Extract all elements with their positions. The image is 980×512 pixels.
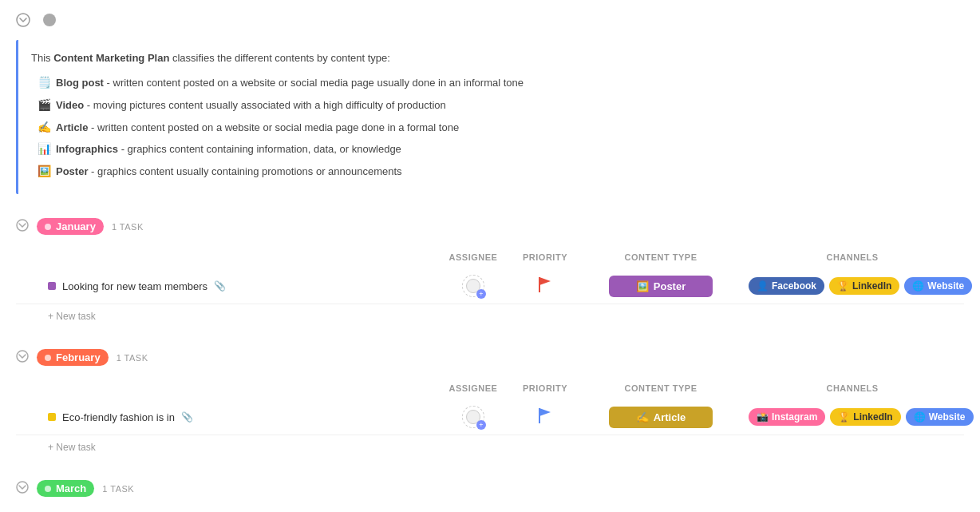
priority-cell[interactable] bbox=[509, 407, 581, 427]
list-item: 📊 Infographics - graphics content contai… bbox=[38, 140, 951, 159]
channel-badge-linkedin[interactable]: 🏆LinkedIn bbox=[830, 408, 900, 426]
group-name: March bbox=[56, 482, 86, 494]
content-type-icon: 🖼️ bbox=[636, 280, 649, 292]
col-assignee: ASSIGNEE bbox=[437, 383, 509, 393]
channel-badge-linkedin[interactable]: 🏆LinkedIn bbox=[829, 277, 899, 295]
priority-flag-icon[interactable] bbox=[539, 407, 551, 427]
page-header bbox=[16, 13, 964, 27]
channel-label: LinkedIn bbox=[853, 411, 892, 423]
add-assignee-icon[interactable]: + bbox=[476, 289, 486, 299]
avatar[interactable]: + bbox=[462, 275, 484, 297]
group-dot bbox=[45, 224, 51, 230]
description-list: 🗒️ Blog post - written content posted on… bbox=[31, 73, 951, 181]
description-bold: Content Marketing Plan bbox=[53, 52, 169, 64]
channels-cell: 👤Facebook🏆LinkedIn🌐Website bbox=[741, 277, 964, 295]
info-icon[interactable] bbox=[43, 14, 56, 26]
content-type-icon: ✍️ bbox=[636, 411, 649, 423]
group-label-january[interactable]: January bbox=[37, 218, 104, 235]
groups-container: January 1 TASK ASSIGNEE PRIORITY CONTENT… bbox=[16, 213, 964, 512]
col-content-type: CONTENT TYPE bbox=[581, 252, 741, 262]
content-type-label: Article bbox=[654, 411, 686, 423]
col-priority: PRIORITY bbox=[509, 383, 581, 393]
channel-icon: 🏆 bbox=[837, 280, 849, 292]
channel-icon: 👤 bbox=[757, 280, 769, 292]
video-icon: 🎬 bbox=[38, 96, 51, 115]
group-header-february: February 1 TASK bbox=[16, 344, 964, 371]
col-channels: CHANNELS bbox=[741, 383, 964, 393]
group-chevron-january[interactable] bbox=[16, 219, 29, 234]
group-chevron-march[interactable] bbox=[16, 481, 29, 496]
group-dot bbox=[45, 355, 51, 361]
group-name: January bbox=[56, 220, 96, 232]
task-name[interactable]: Eco-friendly fashion is in bbox=[62, 411, 175, 423]
group-dot bbox=[45, 486, 51, 492]
svg-marker-2 bbox=[539, 277, 551, 285]
col-content-type: CONTENT TYPE bbox=[581, 383, 741, 393]
channel-label: LinkedIn bbox=[852, 280, 891, 292]
list-item: 🗒️ Blog post - written content posted on… bbox=[38, 73, 951, 93]
content-type-cell[interactable]: ✍️ Article bbox=[581, 407, 741, 428]
priority-flag-icon[interactable] bbox=[539, 276, 551, 296]
task-dot bbox=[48, 282, 56, 290]
col-task bbox=[48, 252, 437, 262]
svg-point-0 bbox=[17, 14, 30, 26]
col-assignee: ASSIGNEE bbox=[437, 252, 509, 262]
new-task-link-january[interactable]: + New task bbox=[16, 304, 964, 325]
col-task bbox=[48, 383, 437, 393]
add-assignee-icon[interactable]: + bbox=[476, 420, 486, 430]
channel-icon: 🌐 bbox=[912, 280, 924, 292]
channel-label: Facebook bbox=[772, 280, 816, 292]
attachment-icon[interactable]: 📎 bbox=[181, 411, 193, 423]
col-headers-january: ASSIGNEE PRIORITY CONTENT TYPE CHANNELS bbox=[16, 249, 964, 265]
table-row: Looking for new team members 📎 + 🖼️ Post… bbox=[16, 268, 964, 304]
group-label-march[interactable]: March bbox=[37, 480, 94, 497]
channel-badge-facebook[interactable]: 👤Facebook bbox=[749, 277, 824, 295]
group-section-february: February 1 TASK ASSIGNEE PRIORITY CONTEN… bbox=[16, 344, 964, 456]
new-task-link-february[interactable]: + New task bbox=[16, 435, 964, 456]
list-item: 🎬 Video - moving pictures content usuall… bbox=[38, 96, 951, 115]
task-name-cell: Looking for new team members 📎 bbox=[48, 280, 437, 292]
channel-label: Website bbox=[929, 411, 966, 423]
content-type-label: Poster bbox=[654, 280, 686, 292]
group-section-january: January 1 TASK ASSIGNEE PRIORITY CONTENT… bbox=[16, 213, 964, 325]
assignee-cell[interactable]: + bbox=[437, 275, 509, 297]
svg-marker-5 bbox=[539, 408, 551, 416]
channel-icon: 🏆 bbox=[838, 411, 850, 423]
infographics-icon: 📊 bbox=[38, 140, 51, 159]
group-header-january: January 1 TASK bbox=[16, 213, 964, 240]
col-headers-february: ASSIGNEE PRIORITY CONTENT TYPE CHANNELS bbox=[16, 380, 964, 396]
content-type-cell[interactable]: 🖼️ Poster bbox=[581, 276, 741, 297]
poster-icon: 🖼️ bbox=[38, 162, 51, 181]
task-count-january: 1 TASK bbox=[112, 222, 144, 232]
channel-badge-instagram[interactable]: 📸Instagram bbox=[749, 408, 825, 426]
priority-cell[interactable] bbox=[509, 276, 581, 296]
group-name: February bbox=[56, 351, 101, 363]
svg-point-4 bbox=[17, 351, 28, 362]
description-box: This Content Marketing Plan classifies t… bbox=[16, 40, 964, 194]
task-count-february: 1 TASK bbox=[117, 353, 148, 363]
col-channels: CHANNELS bbox=[741, 252, 964, 262]
attachment-icon[interactable]: 📎 bbox=[214, 280, 226, 292]
article-icon: ✍️ bbox=[38, 118, 51, 137]
col-priority: PRIORITY bbox=[509, 252, 581, 262]
svg-point-1 bbox=[17, 220, 28, 231]
collapse-icon[interactable] bbox=[16, 13, 30, 27]
assignee-cell[interactable]: + bbox=[437, 406, 509, 428]
group-header-march: March 1 TASK bbox=[16, 475, 964, 502]
group-label-february[interactable]: February bbox=[37, 349, 109, 366]
list-item: ✍️ Article - written content posted on a… bbox=[38, 118, 951, 137]
blog-post-icon: 🗒️ bbox=[38, 73, 51, 93]
task-dot bbox=[48, 413, 56, 421]
group-chevron-february[interactable] bbox=[16, 350, 29, 365]
channel-label: Instagram bbox=[772, 411, 817, 423]
channel-badge-website[interactable]: 🌐Website bbox=[906, 408, 974, 426]
list-item: 🖼️ Poster - graphics content usually con… bbox=[38, 162, 951, 181]
channel-icon: 🌐 bbox=[914, 411, 926, 423]
content-type-badge[interactable]: ✍️ Article bbox=[609, 407, 713, 428]
avatar[interactable]: + bbox=[462, 406, 484, 428]
table-row: Eco-friendly fashion is in 📎 + ✍️ Articl… bbox=[16, 399, 964, 435]
channel-badge-website[interactable]: 🌐Website bbox=[904, 277, 972, 295]
channel-icon: 📸 bbox=[757, 411, 769, 423]
task-name[interactable]: Looking for new team members bbox=[62, 280, 207, 292]
content-type-badge[interactable]: 🖼️ Poster bbox=[609, 276, 713, 297]
